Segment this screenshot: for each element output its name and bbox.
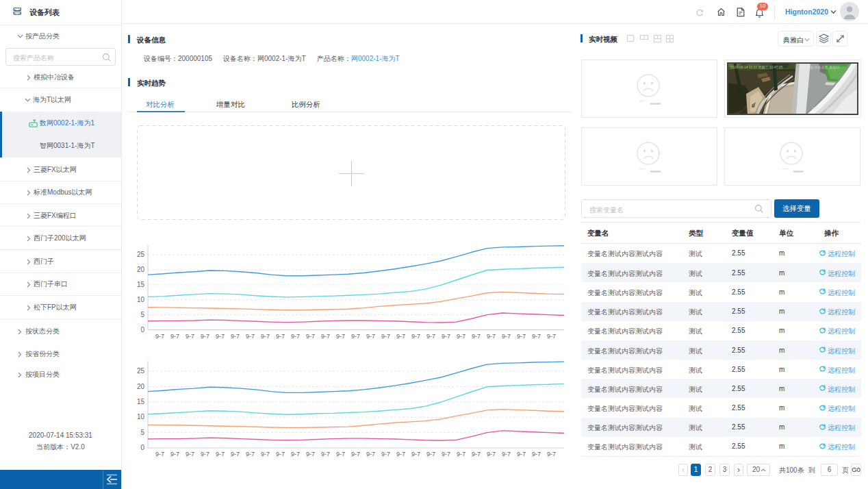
svg-text:25: 25: [137, 251, 145, 258]
svg-text:2020-09-14 11:12 星期二 10:47:05: 2020-09-14 11:12 星期二 10:47:05: [730, 65, 783, 69]
svg-text:9-7: 9-7: [547, 451, 556, 457]
svg-text:0: 0: [140, 326, 144, 334]
svg-text:9-7: 9-7: [155, 333, 164, 340]
svg-text:9-7: 9-7: [396, 333, 405, 340]
svg-text:9-7: 9-7: [457, 333, 465, 340]
svg-text:15: 15: [137, 281, 145, 288]
svg-text:9-7: 9-7: [261, 451, 270, 457]
svg-text:9-7: 9-7: [442, 451, 450, 457]
svg-text:9-7: 9-7: [547, 333, 556, 340]
svg-text:15: 15: [137, 398, 145, 405]
svg-text:9-7: 9-7: [201, 333, 209, 340]
svg-text:10: 10: [137, 296, 145, 303]
svg-text:9-7: 9-7: [351, 451, 360, 457]
svg-text:9-7: 9-7: [472, 451, 481, 457]
svg-text:9-7: 9-7: [472, 333, 481, 340]
svg-text:9-7: 9-7: [291, 333, 300, 340]
svg-text:9-7: 9-7: [532, 451, 541, 457]
svg-text:9-7: 9-7: [306, 333, 315, 340]
svg-text:9-7: 9-7: [411, 333, 420, 340]
svg-text:9-7: 9-7: [487, 333, 496, 340]
svg-text:9-7: 9-7: [216, 333, 225, 340]
svg-text:9-7: 9-7: [517, 333, 526, 340]
svg-text:9-7: 9-7: [246, 451, 255, 457]
svg-text:9-7: 9-7: [231, 451, 240, 457]
svg-text:9-7: 9-7: [336, 333, 345, 340]
svg-text:HIKVISION 摄像头: HIKVISION 摄像头: [812, 106, 841, 110]
svg-text:9-7: 9-7: [231, 333, 240, 340]
svg-text:9-7: 9-7: [457, 451, 465, 457]
svg-text:9-7: 9-7: [201, 451, 209, 457]
svg-text:9-7: 9-7: [321, 333, 330, 340]
svg-text:9-7: 9-7: [276, 333, 285, 340]
svg-text:9-7: 9-7: [366, 333, 375, 340]
svg-text:9-7: 9-7: [321, 451, 330, 457]
svg-text:9-7: 9-7: [502, 333, 511, 340]
svg-text:9-7: 9-7: [186, 451, 194, 457]
svg-text:9-7: 9-7: [517, 451, 526, 457]
svg-text:9-7: 9-7: [170, 451, 179, 457]
svg-text:9-7: 9-7: [487, 451, 496, 457]
svg-text:9-7: 9-7: [381, 451, 390, 457]
svg-text:9-7: 9-7: [155, 451, 164, 457]
svg-text:9-7: 9-7: [186, 333, 194, 340]
svg-text:10: 10: [137, 413, 145, 421]
svg-text:9-7: 9-7: [170, 333, 179, 340]
svg-text:9-7: 9-7: [291, 451, 300, 457]
svg-text:9-7: 9-7: [306, 451, 315, 457]
svg-text:9-7: 9-7: [411, 451, 420, 457]
svg-text:9-7: 9-7: [426, 333, 435, 340]
svg-text:9-7: 9-7: [442, 333, 450, 340]
svg-text:0: 0: [140, 444, 144, 451]
svg-text:9-7: 9-7: [261, 333, 270, 340]
svg-text:9-7: 9-7: [351, 333, 360, 340]
svg-text:西气东输 设备全景 通道01: 西气东输 设备全景 通道01: [800, 65, 840, 70]
svg-text:9-7: 9-7: [532, 333, 541, 340]
svg-text:9-7: 9-7: [396, 451, 405, 457]
svg-text:9-7: 9-7: [381, 333, 390, 340]
svg-text:9-7: 9-7: [246, 333, 255, 340]
svg-text:25: 25: [137, 367, 145, 375]
svg-text:5: 5: [140, 429, 144, 436]
svg-text:9-7: 9-7: [502, 451, 511, 457]
svg-text:9-7: 9-7: [366, 451, 375, 457]
svg-text:9-7: 9-7: [276, 451, 285, 457]
svg-text:20: 20: [137, 266, 145, 273]
svg-text:9-7: 9-7: [426, 451, 435, 457]
svg-text:5: 5: [140, 311, 144, 318]
svg-text:20: 20: [137, 383, 145, 390]
svg-text:9-7: 9-7: [336, 451, 345, 457]
svg-text:9-7: 9-7: [216, 451, 225, 457]
